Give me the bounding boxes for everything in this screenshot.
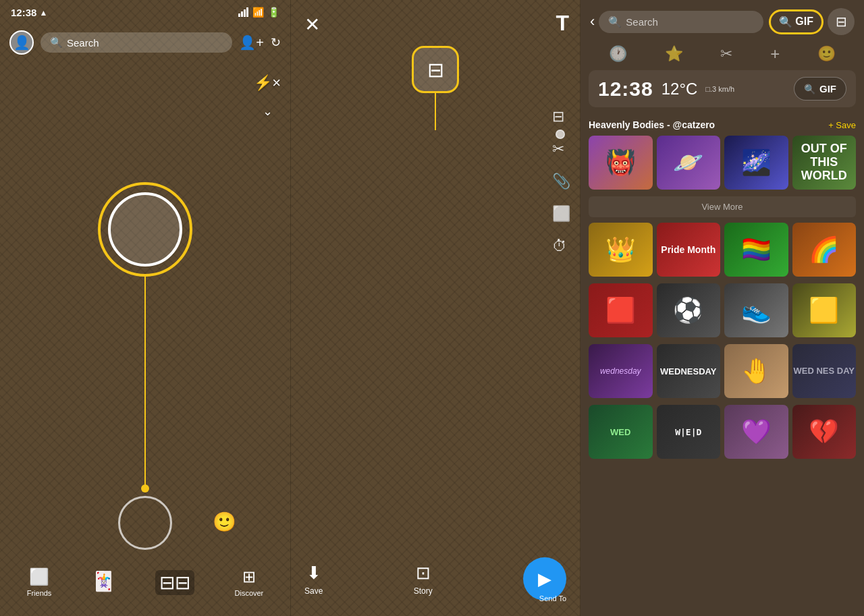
sticker-emoji: 🌈 [809, 235, 839, 264]
gif-inline-label: GIF [819, 83, 836, 94]
picker-tabs: 🕐 ⭐ ✂ + 🙂 [580, 40, 864, 70]
sticker-emoji: 💜 [741, 418, 772, 446]
sticker-item[interactable]: 🤚 [724, 344, 788, 398]
sticker-tool-icon[interactable]: ⊟ [552, 108, 570, 125]
gif-inline-search-icon: 🔍 [804, 84, 815, 94]
tab-recent[interactable]: 🕐 [609, 45, 627, 63]
link-tool-icon[interactable]: 📎 [552, 173, 570, 190]
connector-dot [141, 484, 149, 493]
gif-button-highlighted[interactable]: 🔍 GIF [769, 9, 824, 34]
camera-icon: ⊟⊟ [155, 570, 194, 595]
wednesday-grid: wednesday WEDNESDAY 🤚 WED NES DAY [589, 344, 856, 398]
heavenly-grid: 👹 🪐 🌌 OUT OF THIS WORLD [589, 136, 856, 190]
add-friend-icon[interactable]: 👤+ [239, 34, 264, 51]
sticker-item[interactable]: 🌌 [724, 136, 788, 190]
sticker-emoji: ⚽ [673, 296, 703, 325]
sticker-item[interactable]: 💔 [792, 405, 857, 459]
save-label: Save [304, 586, 323, 596]
nav-discover[interactable]: ⊞ Discover [235, 567, 264, 597]
picker-search-icon: 🔍 [608, 16, 622, 28]
camera-ring-outer[interactable] [98, 182, 192, 277]
nav-camera[interactable]: ⊟⊟ [155, 570, 194, 595]
nav-memories[interactable]: 🃏 [92, 570, 115, 595]
heavenly-title: Heavenly Bodies - @catzero [589, 119, 715, 130]
tab-add[interactable]: + [770, 45, 780, 63]
tab-scissors[interactable]: ✂ [720, 45, 732, 63]
discover-label: Discover [235, 589, 264, 597]
camera-panel: 12:38 ▲ 📶 🔋 👤 🔍 Search 👤+ ↻ ⚡× ⌄ [0, 0, 290, 616]
text-tool-button[interactable]: T [556, 11, 569, 36]
sticker-item[interactable]: 🌈 [792, 223, 857, 277]
search-text: Search [67, 37, 99, 49]
flash-icon[interactable]: ⚡× [254, 74, 281, 92]
sticker-item[interactable]: WED NES DAY [792, 344, 857, 398]
emoji-button[interactable]: 🙂 [213, 511, 236, 533]
sport-grid: 🟥 ⚽ 👟 🟨 [589, 283, 856, 337]
chevron-down-icon[interactable]: ⌄ [263, 104, 273, 119]
close-button[interactable]: ✕ [304, 13, 320, 36]
sticker-item[interactable]: ⚽ [657, 283, 721, 337]
text-tool-label: T [556, 11, 569, 35]
sticker-item[interactable]: 🪐 [657, 136, 721, 190]
sticker-item[interactable]: 💜 [724, 405, 788, 459]
scissors-tool-icon[interactable]: ✂ [552, 140, 570, 158]
sticker-item[interactable]: WED [589, 405, 653, 459]
tab-favorites[interactable]: ⭐ [665, 45, 683, 63]
view-more-button[interactable]: View More [589, 196, 856, 217]
gif-inline-button[interactable]: 🔍 GIF [794, 77, 846, 101]
story-label: Story [414, 586, 433, 596]
avatar[interactable]: 👤 [9, 30, 34, 55]
side-tools: ⚡× ⌄ [254, 74, 281, 119]
sticker-emoji: 🪐 [673, 148, 703, 177]
sticker-item[interactable]: wednesday [589, 344, 653, 398]
save-button[interactable]: ⬇ Save [304, 563, 323, 596]
pride-grid: 👑 Pride Month 🏳️‍🌈 🌈 [589, 223, 856, 277]
bottom-actions: ⬇ Save ⊡ Story ▶ [291, 552, 580, 616]
sticker-emoji: 💔 [809, 418, 839, 446]
temp-widget: 12°C [662, 80, 698, 99]
right-toolbar: ⊟ ✂ 📎 ⬜ ⏱ [552, 108, 570, 255]
sticker-item[interactable]: OUT OF THIS WORLD [792, 136, 857, 190]
sticker-item[interactable]: 👑 [589, 223, 653, 277]
picker-search-placeholder: Search [626, 16, 658, 28]
speed-widget: □.3 km/h [705, 85, 734, 93]
discover-icon: ⊞ [242, 567, 256, 586]
gif-label-highlighted: GIF [795, 16, 813, 28]
sticker-button-highlighted[interactable]: ⊟ [412, 46, 459, 93]
search-icon: 🔍 [50, 36, 63, 49]
sticker-text: WED NES DAY [793, 366, 855, 376]
picker-search-box[interactable]: 🔍 Search [599, 11, 763, 33]
friends-label: Friends [27, 589, 52, 597]
camera-ring-inner [108, 192, 182, 267]
sticker-item[interactable]: Pride Month [657, 223, 721, 277]
sticker-item[interactable]: 🟥 [589, 283, 653, 337]
sticker-text: Pride Month [661, 244, 716, 256]
sticker-text: WEDNESDAY [660, 366, 716, 376]
avatar-icon: 👤 [14, 34, 30, 51]
sticker-emoji: 🤚 [741, 357, 772, 385]
friends-icon: ⬜ [29, 567, 49, 586]
timer-tool-icon[interactable]: ⏱ [552, 237, 570, 255]
sticker-emoji: 🌌 [741, 148, 772, 177]
sticker-item[interactable]: 🟨 [792, 283, 857, 337]
clipboard-button[interactable]: ⊟ [828, 8, 855, 35]
back-button[interactable]: ‹ [590, 13, 595, 30]
nav-friends[interactable]: ⬜ Friends [27, 567, 52, 597]
heavenly-section-header: Heavenly Bodies - @catzero + Save [589, 119, 856, 130]
send-to-label: Send To [539, 594, 566, 603]
sticker-item[interactable]: W|E|D [657, 405, 721, 459]
rotate-camera-icon[interactable]: ↻ [271, 35, 281, 50]
sticker-item[interactable]: 👹 [589, 136, 653, 190]
location-arrow-icon: ▲ [39, 8, 47, 18]
search-box[interactable]: 🔍 Search [40, 32, 232, 53]
crop-tool-icon[interactable]: ⬜ [552, 205, 570, 223]
story-icon: ⊡ [416, 563, 431, 584]
sticker-item[interactable]: WEDNESDAY [657, 344, 721, 398]
story-button[interactable]: ⊡ Story [414, 563, 433, 596]
sticker-item[interactable]: 🏳️‍🌈 [724, 223, 788, 277]
save-icon: ⬇ [306, 563, 321, 584]
heavenly-save[interactable]: + Save [828, 120, 856, 130]
tab-emoji[interactable]: 🙂 [817, 45, 836, 63]
clipboard-icon: ⊟ [836, 13, 847, 30]
sticker-item[interactable]: 👟 [724, 283, 788, 337]
